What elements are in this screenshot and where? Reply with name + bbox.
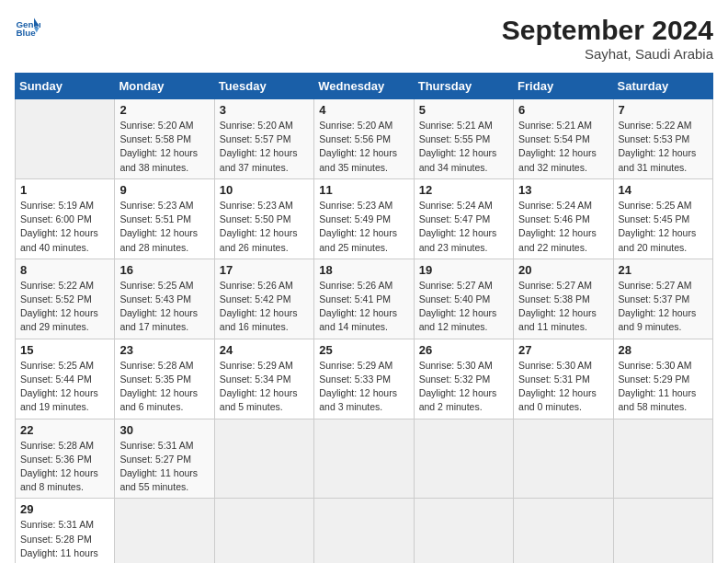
day-info: Sunrise: 5:31 AM Sunset: 5:28 PM Dayligh… [20,518,109,563]
calendar-week-row: 29Sunrise: 5:31 AM Sunset: 5:28 PM Dayli… [16,499,713,563]
day-info: Sunrise: 5:19 AM Sunset: 6:00 PM Dayligh… [20,199,109,255]
day-info: Sunrise: 5:27 AM Sunset: 5:37 PM Dayligh… [619,279,708,335]
day-number: 18 [319,263,408,277]
day-number: 25 [319,343,408,357]
day-number: 8 [20,263,109,277]
day-number: 9 [119,183,209,197]
day-number: 11 [319,183,408,197]
day-number: 21 [619,263,708,277]
calendar-cell: 4Sunrise: 5:20 AM Sunset: 5:56 PM Daylig… [314,99,414,179]
calendar-cell [314,419,414,499]
calendar-cell: 8Sunrise: 5:22 AM Sunset: 5:52 PM Daylig… [16,259,115,339]
calendar-cell: 1Sunrise: 5:19 AM Sunset: 6:00 PM Daylig… [16,178,115,259]
calendar-cell [514,499,613,563]
calendar-week-row: 1Sunrise: 5:19 AM Sunset: 6:00 PM Daylig… [16,178,713,259]
calendar-cell: 5Sunrise: 5:21 AM Sunset: 5:55 PM Daylig… [414,99,513,179]
calendar-cell: 3Sunrise: 5:20 AM Sunset: 5:57 PM Daylig… [214,99,313,179]
day-number: 20 [518,263,608,277]
calendar-cell: 26Sunrise: 5:30 AM Sunset: 5:32 PM Dayli… [414,339,513,419]
calendar-week-row: 15Sunrise: 5:25 AM Sunset: 5:44 PM Dayli… [16,339,713,419]
day-info: Sunrise: 5:20 AM Sunset: 5:58 PM Dayligh… [119,119,209,175]
logo: General Blue [15,15,40,40]
calendar-cell [214,419,313,499]
day-number: 7 [619,103,708,117]
day-number: 4 [319,103,408,117]
day-info: Sunrise: 5:23 AM Sunset: 5:50 PM Dayligh… [220,199,309,255]
day-info: Sunrise: 5:26 AM Sunset: 5:41 PM Dayligh… [319,279,408,335]
day-number: 15 [20,343,109,357]
day-info: Sunrise: 5:26 AM Sunset: 5:42 PM Dayligh… [220,279,309,335]
weekday-header-tuesday: Tuesday [214,74,313,99]
calendar-table: SundayMondayTuesdayWednesdayThursdayFrid… [15,73,713,563]
calendar-cell: 18Sunrise: 5:26 AM Sunset: 5:41 PM Dayli… [314,259,414,339]
calendar-cell: 7Sunrise: 5:22 AM Sunset: 5:53 PM Daylig… [613,99,712,179]
day-number: 10 [220,183,309,197]
calendar-cell [514,419,613,499]
day-number: 23 [119,343,209,357]
weekday-header-friday: Friday [514,74,613,99]
calendar-cell: 10Sunrise: 5:23 AM Sunset: 5:50 PM Dayli… [214,178,313,259]
day-info: Sunrise: 5:28 AM Sunset: 5:35 PM Dayligh… [119,359,209,415]
page-header: General Blue September 2024 Sayhat, Saud… [15,15,713,62]
day-number: 24 [220,343,309,357]
day-number: 19 [419,263,508,277]
day-info: Sunrise: 5:20 AM Sunset: 5:56 PM Dayligh… [319,119,408,175]
day-number: 28 [619,343,708,357]
calendar-cell: 16Sunrise: 5:25 AM Sunset: 5:43 PM Dayli… [115,259,214,339]
calendar-cell: 17Sunrise: 5:26 AM Sunset: 5:42 PM Dayli… [214,259,313,339]
day-number: 14 [619,183,708,197]
day-info: Sunrise: 5:22 AM Sunset: 5:53 PM Dayligh… [619,119,708,175]
calendar-cell [414,419,513,499]
day-info: Sunrise: 5:27 AM Sunset: 5:38 PM Dayligh… [518,279,608,335]
calendar-week-row: 8Sunrise: 5:22 AM Sunset: 5:52 PM Daylig… [16,259,713,339]
svg-text:Blue: Blue [16,28,36,38]
calendar-cell: 6Sunrise: 5:21 AM Sunset: 5:54 PM Daylig… [514,99,613,179]
title-block: September 2024 Sayhat, Saudi Arabia [502,15,713,62]
day-number: 6 [518,103,608,117]
day-number: 3 [220,103,309,117]
day-number: 1 [20,183,109,197]
calendar-week-row: 2Sunrise: 5:20 AM Sunset: 5:58 PM Daylig… [16,99,713,179]
day-info: Sunrise: 5:29 AM Sunset: 5:34 PM Dayligh… [220,359,309,415]
calendar-cell [613,499,712,563]
calendar-week-row: 22Sunrise: 5:28 AM Sunset: 5:36 PM Dayli… [16,419,713,499]
calendar-cell: 9Sunrise: 5:23 AM Sunset: 5:51 PM Daylig… [115,178,214,259]
day-info: Sunrise: 5:29 AM Sunset: 5:33 PM Dayligh… [319,359,408,415]
calendar-cell [16,99,115,179]
day-info: Sunrise: 5:24 AM Sunset: 5:46 PM Dayligh… [518,199,608,255]
day-info: Sunrise: 5:22 AM Sunset: 5:52 PM Dayligh… [20,279,109,335]
weekday-header-monday: Monday [115,74,214,99]
calendar-cell: 24Sunrise: 5:29 AM Sunset: 5:34 PM Dayli… [214,339,313,419]
day-info: Sunrise: 5:21 AM Sunset: 5:54 PM Dayligh… [518,119,608,175]
day-number: 5 [419,103,508,117]
day-number: 13 [518,183,608,197]
calendar-cell: 11Sunrise: 5:23 AM Sunset: 5:49 PM Dayli… [314,178,414,259]
month-title: September 2024 [502,15,713,46]
calendar-cell [115,499,214,563]
calendar-cell: 15Sunrise: 5:25 AM Sunset: 5:44 PM Dayli… [16,339,115,419]
day-info: Sunrise: 5:25 AM Sunset: 5:43 PM Dayligh… [119,279,209,335]
calendar-cell: 14Sunrise: 5:25 AM Sunset: 5:45 PM Dayli… [613,178,712,259]
day-info: Sunrise: 5:30 AM Sunset: 5:29 PM Dayligh… [619,359,708,415]
day-number: 22 [20,423,109,437]
day-number: 2 [119,103,209,117]
calendar-cell: 2Sunrise: 5:20 AM Sunset: 5:58 PM Daylig… [115,99,214,179]
logo-icon: General Blue [15,15,40,40]
day-info: Sunrise: 5:28 AM Sunset: 5:36 PM Dayligh… [20,439,109,495]
calendar-cell: 23Sunrise: 5:28 AM Sunset: 5:35 PM Dayli… [115,339,214,419]
day-info: Sunrise: 5:31 AM Sunset: 5:27 PM Dayligh… [119,439,209,495]
calendar-cell: 22Sunrise: 5:28 AM Sunset: 5:36 PM Dayli… [16,419,115,499]
calendar-cell: 19Sunrise: 5:27 AM Sunset: 5:40 PM Dayli… [414,259,513,339]
calendar-cell: 25Sunrise: 5:29 AM Sunset: 5:33 PM Dayli… [314,339,414,419]
day-info: Sunrise: 5:30 AM Sunset: 5:32 PM Dayligh… [419,359,508,415]
day-number: 12 [419,183,508,197]
weekday-header-thursday: Thursday [414,74,513,99]
weekday-header-row: SundayMondayTuesdayWednesdayThursdayFrid… [16,74,713,99]
calendar-cell: 27Sunrise: 5:30 AM Sunset: 5:31 PM Dayli… [514,339,613,419]
calendar-cell: 21Sunrise: 5:27 AM Sunset: 5:37 PM Dayli… [613,259,712,339]
day-number: 30 [119,423,209,437]
day-info: Sunrise: 5:25 AM Sunset: 5:45 PM Dayligh… [619,199,708,255]
day-info: Sunrise: 5:30 AM Sunset: 5:31 PM Dayligh… [518,359,608,415]
day-info: Sunrise: 5:21 AM Sunset: 5:55 PM Dayligh… [419,119,508,175]
calendar-cell: 12Sunrise: 5:24 AM Sunset: 5:47 PM Dayli… [414,178,513,259]
